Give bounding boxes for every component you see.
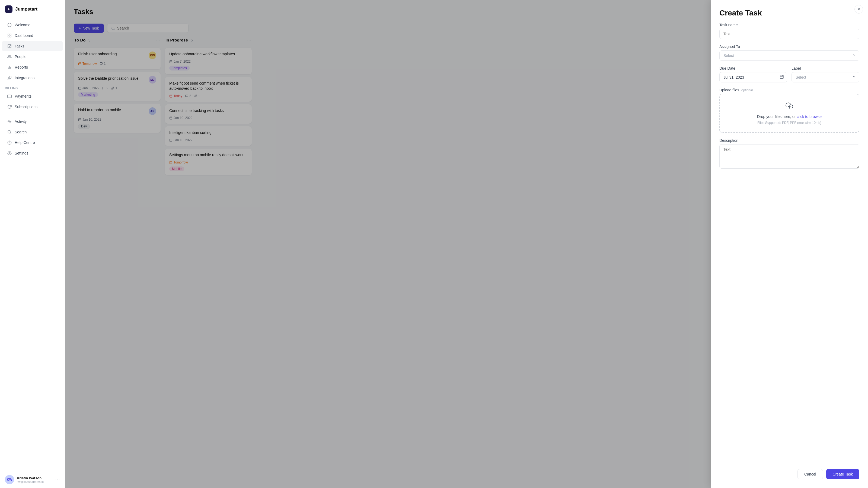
user-info: Kristin Watson kw@saaspatterns.io xyxy=(17,476,52,483)
user-name: Kristin Watson xyxy=(17,476,52,480)
sidebar-item-activity[interactable]: Activity xyxy=(2,116,63,127)
bar-chart-icon xyxy=(7,65,12,70)
due-date-label-row: Due Date Label Select xyxy=(719,66,859,83)
optional-label: optional xyxy=(741,88,753,92)
svg-rect-5 xyxy=(8,44,11,48)
credit-card-icon xyxy=(7,94,12,99)
sidebar-item-integrations[interactable]: Integrations xyxy=(2,73,63,83)
modal-title: Create Task xyxy=(719,9,859,18)
sidebar: ✦ Jumpstart Welcome Dashboard Tasks xyxy=(0,0,65,488)
upload-hint: Files Supported: PDF, PPF (max size 10mb… xyxy=(757,121,821,125)
description-textarea[interactable] xyxy=(719,144,859,169)
upload-icon xyxy=(785,102,793,111)
description-group: Description xyxy=(719,138,859,169)
sidebar-item-label: Activity xyxy=(14,119,27,124)
app-name: Jumpstart xyxy=(15,6,37,12)
sidebar-footer: KW Kristin Watson kw@saaspatterns.io ⋯ xyxy=(0,471,65,488)
create-task-modal: × Create Task Task name Assigned To Sele… xyxy=(711,0,868,488)
svg-point-14 xyxy=(8,130,11,133)
sidebar-item-tasks[interactable]: Tasks xyxy=(2,41,63,51)
svg-line-15 xyxy=(10,133,11,134)
label-select-wrapper: Select xyxy=(792,72,859,83)
due-date-label: Due Date xyxy=(719,66,787,70)
task-name-label: Task name xyxy=(719,23,859,27)
upload-browse-link[interactable]: click to browse xyxy=(797,115,822,119)
svg-point-18 xyxy=(9,153,10,154)
due-date-input-wrapper xyxy=(719,72,787,83)
sidebar-item-label: Settings xyxy=(14,151,29,155)
modal-overlay: × Create Task Task name Assigned To Sele… xyxy=(65,0,868,488)
main-content: Tasks + New Task To Do 3 ··· Finish u xyxy=(65,0,868,488)
logo-icon: ✦ xyxy=(5,5,12,13)
grid-icon xyxy=(7,33,12,38)
modal-close-button[interactable]: × xyxy=(855,5,863,13)
svg-rect-4 xyxy=(10,36,11,37)
user-email: kw@saaspatterns.io xyxy=(17,480,52,483)
cancel-button[interactable]: Cancel xyxy=(798,469,823,479)
modal-footer: Cancel Create Task xyxy=(719,466,859,479)
description-label: Description xyxy=(719,138,859,142)
svg-point-0 xyxy=(8,23,11,27)
due-date-group: Due Date xyxy=(719,66,787,83)
sidebar-item-label: Subscriptions xyxy=(14,105,37,109)
svg-rect-3 xyxy=(8,36,9,37)
sidebar-item-label: People xyxy=(14,55,27,59)
sidebar-item-label: Search xyxy=(14,130,27,134)
sidebar-item-subscriptions[interactable]: Subscriptions xyxy=(2,102,63,112)
avatar: KW xyxy=(5,475,14,484)
svg-rect-2 xyxy=(10,34,11,35)
assigned-to-select[interactable]: Select xyxy=(719,51,859,61)
gear-icon xyxy=(7,151,12,156)
users-icon xyxy=(7,54,12,59)
sidebar-item-label: Tasks xyxy=(14,44,24,48)
sidebar-item-settings[interactable]: Settings xyxy=(2,148,63,158)
sidebar-item-reports[interactable]: Reports xyxy=(2,62,63,72)
task-name-input[interactable] xyxy=(719,29,859,39)
label-select[interactable]: Select xyxy=(792,72,859,83)
search-icon xyxy=(7,130,12,134)
sidebar-item-label: Dashboard xyxy=(14,33,33,38)
due-date-input[interactable] xyxy=(719,72,787,83)
upload-text: Drop your files here, or click to browse xyxy=(757,115,822,119)
user-menu-button[interactable]: ⋯ xyxy=(55,477,60,483)
sidebar-item-label: Help Centre xyxy=(14,140,35,145)
help-circle-icon xyxy=(7,140,12,145)
upload-files-group: Upload files optional Drop your files he… xyxy=(719,88,859,133)
assigned-to-select-wrapper: Select xyxy=(719,51,859,61)
svg-rect-12 xyxy=(8,95,12,98)
sidebar-item-dashboard[interactable]: Dashboard xyxy=(2,30,63,41)
sidebar-navigation: Welcome Dashboard Tasks People Reports xyxy=(0,19,65,471)
create-task-button[interactable]: Create Task xyxy=(826,469,859,479)
upload-area[interactable]: Drop your files here, or click to browse… xyxy=(719,94,859,133)
app-logo[interactable]: ✦ Jumpstart xyxy=(0,0,65,19)
label-label: Label xyxy=(792,66,859,70)
sidebar-item-people[interactable]: People xyxy=(2,52,63,62)
sidebar-item-label: Reports xyxy=(14,65,28,69)
upload-files-label: Upload files optional xyxy=(719,88,859,92)
puzzle-icon xyxy=(7,75,12,80)
circle-icon xyxy=(7,23,12,27)
sidebar-item-label: Welcome xyxy=(14,23,30,27)
sidebar-item-welcome[interactable]: Welcome xyxy=(2,20,63,30)
checkbox-icon xyxy=(7,44,12,48)
billing-section-label: BILLING xyxy=(0,83,65,91)
assigned-to-group: Assigned To Select xyxy=(719,44,859,61)
svg-rect-1 xyxy=(8,34,9,35)
task-name-group: Task name xyxy=(719,23,859,39)
refresh-icon xyxy=(7,104,12,109)
assigned-to-label: Assigned To xyxy=(719,44,859,49)
svg-point-6 xyxy=(8,55,9,56)
sidebar-item-search[interactable]: Search xyxy=(2,127,63,137)
sidebar-item-payments[interactable]: Payments xyxy=(2,91,63,101)
sidebar-item-label: Integrations xyxy=(14,76,34,80)
sidebar-item-label: Payments xyxy=(14,94,31,98)
sidebar-item-help[interactable]: Help Centre xyxy=(2,137,63,148)
activity-icon xyxy=(7,119,12,124)
label-group: Label Select xyxy=(792,66,859,83)
